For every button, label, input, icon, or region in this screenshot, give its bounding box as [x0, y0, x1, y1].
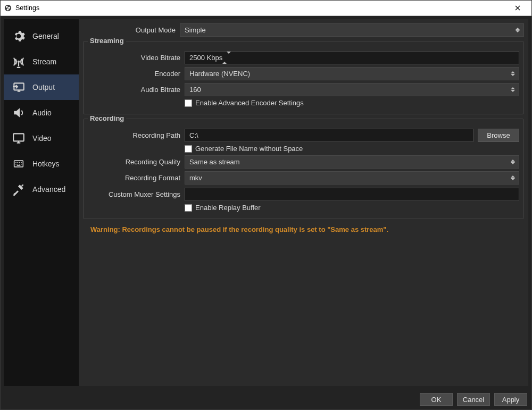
recording-quality-value: Same as stream	[189, 158, 240, 166]
gear-icon	[11, 29, 26, 44]
custom-muxer-label: Custom Muxer Settings	[88, 190, 185, 198]
enable-replay-buffer-label: Enable Replay Buffer	[195, 204, 261, 212]
recording-legend: Recording	[88, 114, 126, 122]
sidebar-item-audio[interactable]: Audio	[4, 100, 79, 125]
audio-bitrate-combo[interactable]: 160	[185, 83, 519, 96]
video-bitrate-input[interactable]: 2500 Kbps	[185, 51, 519, 64]
recording-quality-label: Recording Quality	[88, 158, 185, 166]
audio-bitrate-label: Audio Bitrate	[88, 86, 185, 94]
svg-point-2	[8, 7, 10, 9]
streaming-group: Streaming Video Bitrate 2500 Kbps Encode…	[83, 41, 524, 114]
svg-point-3	[7, 9, 9, 11]
generate-filename-checkbox[interactable]: Generate File Name without Space	[185, 145, 303, 153]
settings-window: Settings General Stream	[0, 0, 532, 410]
video-bitrate-label: Video Bitrate	[88, 54, 185, 62]
tools-icon	[11, 182, 26, 197]
app-icon	[4, 4, 12, 12]
close-button[interactable]	[507, 1, 528, 15]
client-area: General Stream Output	[1, 16, 531, 409]
browse-button[interactable]: Browse	[478, 129, 519, 142]
output-mode-combo[interactable]: Simple	[180, 23, 524, 37]
svg-point-1	[6, 6, 8, 8]
sidebar-item-advanced[interactable]: Advanced	[4, 177, 79, 202]
sidebar-item-label: Hotkeys	[32, 160, 60, 168]
titlebar: Settings	[1, 1, 531, 16]
ok-button[interactable]: OK	[420, 393, 453, 406]
cancel-button[interactable]: Cancel	[457, 393, 490, 406]
enable-advanced-encoder-checkbox[interactable]: Enable Advanced Encoder Settings	[185, 99, 304, 107]
video-bitrate-value: 2500 Kbps	[189, 54, 222, 62]
encoder-label: Encoder	[88, 70, 185, 78]
speaker-icon	[11, 105, 26, 120]
recording-format-value: mkv	[189, 174, 202, 182]
antenna-icon	[11, 54, 26, 69]
encoder-value: Hardware (NVENC)	[189, 70, 250, 78]
monitor-icon	[11, 131, 26, 146]
audio-bitrate-value: 160	[189, 86, 201, 94]
custom-muxer-input[interactable]	[185, 188, 519, 201]
recording-quality-combo[interactable]: Same as stream	[185, 155, 519, 169]
recording-format-label: Recording Format	[88, 174, 185, 182]
recording-path-label: Recording Path	[88, 131, 185, 139]
output-mode-value: Simple	[185, 26, 206, 34]
warning-text: Warning: Recordings cannot be paused if …	[83, 219, 524, 240]
sidebar-item-label: Stream	[32, 57, 56, 66]
apply-button[interactable]: Apply	[494, 393, 527, 406]
sidebar-item-label: Audio	[32, 108, 52, 117]
sidebar-item-stream[interactable]: Stream	[4, 49, 79, 74]
window-title: Settings	[15, 4, 39, 12]
sidebar-item-general[interactable]: General	[4, 23, 79, 49]
sidebar: General Stream Output	[4, 19, 79, 386]
keyboard-icon	[11, 156, 26, 171]
recording-path-input[interactable]: C:\	[185, 129, 473, 142]
svg-rect-7	[14, 161, 23, 167]
recording-format-combo[interactable]: mkv	[185, 171, 519, 185]
sidebar-item-hotkeys[interactable]: Hotkeys	[4, 151, 79, 177]
svg-point-4	[18, 61, 20, 63]
recording-path-value: C:\	[189, 131, 198, 139]
recording-group: Recording Recording Path C:\ Browse	[83, 119, 524, 219]
sidebar-item-label: Video	[32, 134, 52, 143]
sidebar-item-output[interactable]: Output	[4, 74, 79, 100]
output-mode-label: Output Mode	[83, 26, 180, 34]
enable-replay-buffer-checkbox[interactable]: Enable Replay Buffer	[185, 204, 261, 212]
encoder-combo[interactable]: Hardware (NVENC)	[185, 67, 519, 80]
sidebar-item-label: General	[32, 32, 59, 40]
sidebar-item-video[interactable]: Video	[4, 125, 79, 151]
sidebar-item-label: Output	[32, 83, 55, 91]
svg-rect-6	[13, 133, 24, 141]
main-panel: Output Mode Simple Streaming Video Bitra…	[79, 19, 528, 386]
enable-advanced-encoder-label: Enable Advanced Encoder Settings	[195, 99, 304, 107]
generate-filename-label: Generate File Name without Space	[195, 145, 303, 153]
monitor-out-icon	[11, 80, 26, 95]
sidebar-item-label: Advanced	[32, 185, 65, 194]
footer: OK Cancel Apply	[1, 389, 531, 409]
streaming-legend: Streaming	[88, 37, 126, 45]
